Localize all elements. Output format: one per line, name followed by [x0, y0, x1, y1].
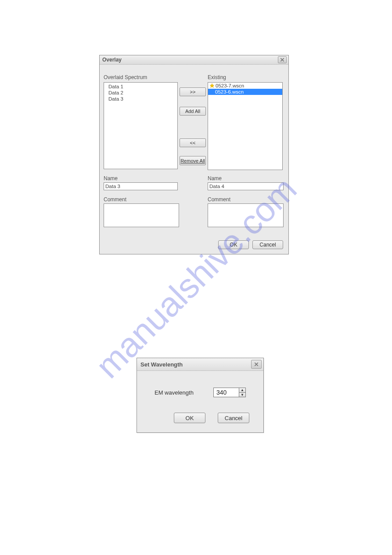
comment-label-right: Comment: [208, 196, 230, 203]
remove-all-button[interactable]: Remove All: [180, 156, 206, 165]
list-item[interactable]: Data 3: [108, 96, 173, 102]
overlaid-spectrum-list[interactable]: Data 1 Data 2 Data 3: [104, 82, 178, 169]
ok-button[interactable]: OK: [174, 413, 205, 423]
name-input-right[interactable]: [208, 182, 284, 190]
em-wavelength-label: EM wavelength: [155, 389, 194, 396]
list-item-label: 0523-6.wscn: [215, 89, 244, 95]
comment-label-left: Comment: [104, 196, 126, 203]
name-input-left[interactable]: [104, 182, 178, 190]
star-icon: [209, 83, 215, 89]
list-item[interactable]: Data 1: [108, 83, 173, 90]
overlay-titlebar: Overlay: [100, 55, 288, 65]
spinner-up-icon[interactable]: ▲: [239, 388, 246, 392]
remove-button[interactable]: <<: [180, 138, 206, 147]
spinner-down-icon[interactable]: ▼: [239, 392, 246, 398]
overlay-title: Overlay: [102, 57, 278, 63]
close-icon[interactable]: [251, 360, 262, 369]
list-item[interactable]: 0523-7.wscn: [208, 83, 282, 89]
em-wavelength-input[interactable]: [213, 388, 239, 397]
list-item-label: 0523-7.wscn: [216, 83, 244, 89]
list-item[interactable]: 0523-6.wscn: [208, 89, 282, 95]
existing-label: Existing: [208, 74, 226, 80]
list-item[interactable]: Data 2: [108, 90, 173, 96]
svg-marker-2: [210, 83, 214, 88]
close-icon[interactable]: [278, 56, 287, 63]
name-label-right: Name: [208, 175, 222, 181]
cancel-button[interactable]: Cancel: [218, 413, 249, 423]
overlaid-spectrum-label: Overlaid Spectrum: [104, 74, 147, 80]
wavelength-titlebar: Set Wavelength: [137, 358, 263, 371]
add-all-button[interactable]: Add All: [180, 107, 206, 116]
wavelength-title: Set Wavelength: [140, 361, 251, 368]
set-wavelength-dialog: Set Wavelength EM wavelength ▲ ▼ OK Canc…: [137, 358, 264, 433]
comment-input-left[interactable]: [104, 203, 179, 227]
ok-button[interactable]: OK: [218, 240, 249, 249]
comment-input-right[interactable]: [208, 203, 284, 227]
cancel-button[interactable]: Cancel: [252, 240, 283, 249]
existing-list[interactable]: 0523-7.wscn 0523-6.wscn: [208, 82, 283, 170]
name-label-left: Name: [104, 175, 118, 181]
em-wavelength-spinner[interactable]: ▲ ▼: [213, 388, 246, 397]
add-button[interactable]: >>: [180, 87, 206, 96]
overlay-dialog: Overlay Overlaid Spectrum Existing Data …: [99, 55, 289, 254]
